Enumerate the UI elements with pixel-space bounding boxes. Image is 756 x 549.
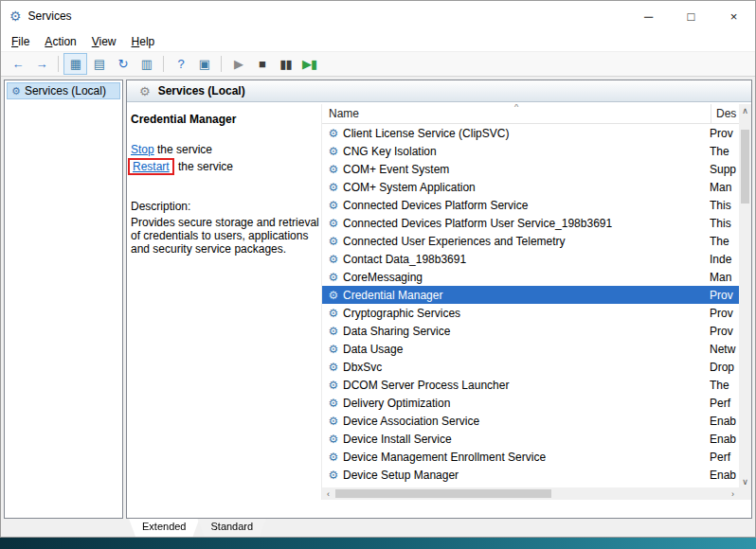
scroll-up-arrow-icon[interactable]: ∧ — [739, 104, 751, 116]
close-button[interactable]: × — [712, 1, 755, 31]
service-row[interactable]: ⚙ Connected Devices Platform Service Thi… — [322, 196, 739, 214]
show-hide-console-tree-button[interactable]: ▦ — [63, 53, 87, 75]
menu-item[interactable]: File — [4, 33, 37, 50]
export-list-button[interactable]: ▥ — [135, 53, 158, 75]
service-description: Prov — [710, 307, 739, 320]
back-button[interactable]: ← — [6, 53, 29, 75]
service-row[interactable]: ⚙ DCOM Server Process Launcher The — [322, 376, 739, 394]
service-description: The — [710, 235, 739, 248]
service-description: Perf — [710, 397, 739, 410]
service-name: Data Usage — [341, 343, 710, 356]
service-row[interactable]: ⚙ COM+ Event System Supp — [322, 160, 739, 178]
minimize-button[interactable]: ─ — [627, 1, 670, 31]
toolbar-button-icon: ▤ — [94, 58, 104, 70]
restart-service-line: Restart the service — [131, 158, 315, 175]
vertical-scrollbar[interactable]: ∧ ∨ — [739, 104, 751, 487]
service-name: Client License Service (ClipSVC) — [341, 127, 710, 140]
forward-button[interactable]: → — [29, 53, 53, 75]
service-gear-icon: ⚙ — [326, 416, 341, 427]
service-row[interactable]: ⚙ Connected Devices Platform User Servic… — [322, 214, 739, 232]
service-name: Delivery Optimization — [341, 397, 710, 410]
pause-service-button[interactable]: ▮▮ — [274, 53, 297, 75]
service-name: Device Management Enrollment Service — [341, 451, 710, 464]
properties-window-button[interactable]: ▣ — [192, 53, 216, 75]
service-gear-icon: ⚙ — [326, 182, 341, 193]
service-name: DbxSvc — [341, 361, 710, 374]
annotation-highlight-box: Restart — [128, 158, 174, 175]
service-name: Data Sharing Service — [341, 325, 710, 338]
service-row[interactable]: ⚙ CNG Key Isolation The — [322, 142, 739, 160]
toolbar-button-icon: ▶ — [234, 58, 243, 70]
list-scroll-area: ^ Name Des — [322, 104, 751, 487]
properties-button[interactable]: ▤ — [87, 53, 111, 75]
horizontal-scroll-track[interactable] — [334, 487, 727, 500]
toolbar-separator — [221, 56, 222, 72]
tab-extended[interactable]: Extended — [129, 519, 199, 537]
service-description: Drop — [710, 361, 739, 374]
service-gear-icon: ⚙ — [326, 254, 341, 265]
service-description: This — [710, 217, 739, 230]
service-row[interactable]: ⚙ Delivery Optimization Perf — [322, 394, 739, 412]
scroll-right-arrow-icon[interactable]: › — [727, 487, 739, 500]
service-row[interactable]: ⚙ Device Management Enrollment Service P… — [322, 448, 739, 466]
service-gear-icon: ⚙ — [326, 344, 341, 355]
service-detail-panel: Credential Manager Stop the service Rest… — [127, 102, 321, 518]
menu-item[interactable]: Help — [124, 33, 163, 50]
horizontal-scroll-thumb[interactable] — [335, 489, 551, 498]
service-gear-icon: ⚙ — [326, 128, 341, 139]
service-row[interactable]: ⚙ Device Install Service Enab — [322, 430, 739, 448]
restart-service-link[interactable]: Restart — [133, 160, 170, 173]
service-row[interactable]: ⚙ Device Association Service Enab — [322, 412, 739, 430]
service-row[interactable]: ⚙ COM+ System Application Man — [322, 178, 739, 196]
stop-service-button[interactable]: ■ — [250, 53, 274, 75]
help-button[interactable]: ? — [169, 53, 192, 75]
maximize-button[interactable]: □ — [670, 1, 712, 31]
column-header-description[interactable]: Des — [711, 104, 739, 123]
stop-service-link[interactable]: Stop — [131, 143, 154, 156]
scrollbar-corner — [739, 487, 751, 500]
restart-suffix-text: the service — [175, 160, 233, 173]
service-row[interactable]: ⚙ Device Setup Manager Enab — [322, 466, 739, 484]
toolbar-separator — [58, 56, 59, 72]
service-description: Man — [710, 271, 739, 284]
start-service-button[interactable]: ▶ — [226, 53, 250, 75]
scroll-down-arrow-icon[interactable]: ∨ — [739, 475, 751, 487]
horizontal-scrollbar[interactable]: ‹ › — [322, 487, 739, 500]
service-name: DCOM Server Process Launcher — [341, 379, 710, 392]
service-gear-icon: ⚙ — [326, 218, 341, 229]
service-row[interactable]: ⚙ DbxSvc Drop — [322, 358, 739, 376]
tab-standard[interactable]: Standard — [197, 519, 266, 537]
service-name: Contact Data_198b3691 — [341, 253, 710, 266]
scroll-left-arrow-icon[interactable]: ‹ — [322, 487, 334, 500]
service-gear-icon: ⚙ — [326, 452, 341, 463]
view-tabs: Extended Standard — [126, 519, 752, 537]
menu-item[interactable]: View — [84, 33, 124, 50]
service-row[interactable]: ⚙ Connected User Experiences and Telemet… — [322, 232, 739, 250]
service-gear-icon: ⚙ — [326, 200, 341, 211]
toolbar-button-icon: ■ — [259, 58, 265, 70]
vertical-scroll-thumb[interactable] — [741, 130, 749, 204]
service-description: Prov — [710, 127, 739, 140]
service-row[interactable]: ⚙ Contact Data_198b3691 Inde — [322, 250, 739, 268]
tree-item-services-local[interactable]: ⚙ Services (Local) — [7, 82, 120, 99]
menu-item[interactable]: Action — [37, 33, 83, 50]
service-description: The — [710, 145, 739, 158]
list-header: ^ Name Des — [322, 104, 739, 124]
service-name: CoreMessaging — [341, 271, 710, 284]
refresh-button[interactable]: ↻ — [111, 53, 135, 75]
service-gear-icon: ⚙ — [326, 164, 341, 175]
service-name: Device Setup Manager — [341, 469, 710, 482]
service-gear-icon: ⚙ — [326, 469, 341, 481]
service-row[interactable]: ⚙ CoreMessaging Man — [322, 268, 739, 286]
service-row[interactable]: ⚙ Credential Manager Prov — [322, 286, 739, 304]
column-header-name[interactable]: ^ Name — [322, 104, 711, 123]
service-row[interactable]: ⚙ Client License Service (ClipSVC) Prov — [322, 124, 739, 142]
service-row[interactable]: ⚙ Data Sharing Service Prov — [322, 322, 739, 340]
service-name: COM+ Event System — [341, 163, 710, 176]
service-row[interactable]: ⚙ Cryptographic Services Prov — [322, 304, 739, 322]
service-description: Supp — [710, 163, 739, 176]
restart-service-button[interactable]: ▶▮ — [297, 53, 321, 75]
vertical-scroll-track[interactable] — [739, 116, 751, 475]
service-name: Connected User Experiences and Telemetry — [341, 235, 710, 248]
service-row[interactable]: ⚙ Data Usage Netw — [322, 340, 739, 358]
